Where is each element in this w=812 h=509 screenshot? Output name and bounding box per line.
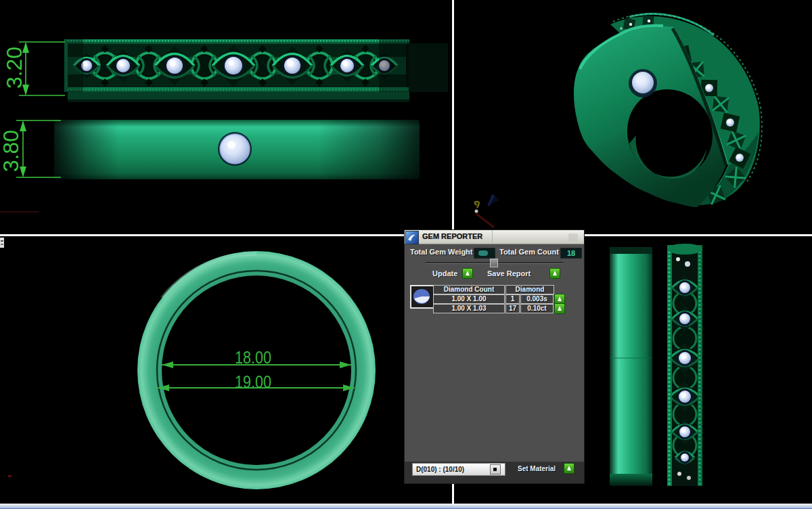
svg-text:3.80: 3.80: [0, 130, 23, 172]
svg-text:18.00: 18.00: [235, 347, 271, 368]
svg-text:3.20: 3.20: [3, 47, 26, 89]
svg-text:19.00: 19.00: [235, 372, 271, 392]
